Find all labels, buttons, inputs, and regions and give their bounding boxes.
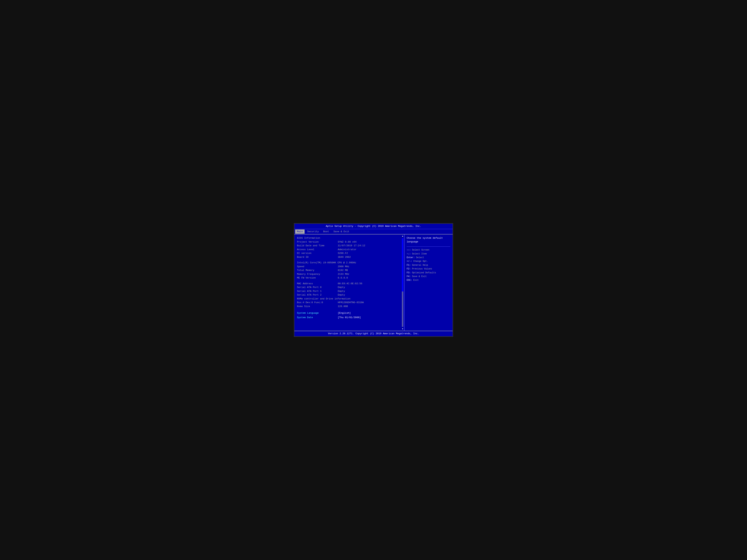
- key-help: →←: Select Screen ↑↓: Select Item Enter:…: [407, 248, 450, 282]
- title-text: Aptio Setup Utility – Copyright (C) 2019…: [326, 225, 421, 228]
- total-memory-row: Total Memory 8192 MB: [297, 268, 398, 272]
- me-fw-row: ME FW Version 0.0.0.0: [297, 276, 398, 280]
- access-level-row: Access Level Administrator: [297, 248, 398, 251]
- key-f3: F3: Optimized Defaults: [407, 271, 450, 275]
- tab-boot[interactable]: Boot: [321, 230, 331, 234]
- build-date-row: Build Date and Time 11/07/2019 17:24:12: [297, 244, 398, 247]
- side-divider: [407, 246, 450, 247]
- mac-row: MAC Address 00:E0:4C:6E:02:56: [297, 282, 398, 286]
- key-f1: F1: General Help: [407, 263, 450, 267]
- key-select-item: ↑↓: Select Item: [407, 252, 450, 256]
- system-language-row[interactable]: System Language [English]: [297, 311, 398, 315]
- system-date-row[interactable]: System Date [Thu 01/01/2009]: [297, 316, 398, 319]
- ec-version-row: EC version S200.F2: [297, 251, 398, 255]
- side-panel: Choose the system default language →←: S…: [405, 235, 453, 331]
- key-change: +/-: Change Opt.: [407, 260, 450, 263]
- speed-row: Speed 2900 MHz: [297, 265, 398, 268]
- tab-security[interactable]: Security: [305, 230, 320, 234]
- scroll-down-arrow[interactable]: ▼: [402, 327, 404, 331]
- sata2-row: Serial ATA Port 2 Empty: [297, 293, 398, 297]
- content-area: BIOS Information Project Version SYWZ 0.…: [294, 235, 453, 331]
- cpu-label-row: Intel(R) Core(TM) i9-8950HK CPU @ 2.90GH…: [297, 261, 398, 265]
- key-enter: Enter: Select: [407, 256, 450, 260]
- scrollbar[interactable]: ▲ ▼: [401, 235, 404, 331]
- help-text: Choose the system default language: [407, 236, 450, 243]
- main-panel: BIOS Information Project Version SYWZ 0.…: [294, 235, 405, 331]
- key-f4: F4: Save & Exit: [407, 275, 450, 278]
- sata0-row: Serial ATA Port 0 Empty: [297, 286, 398, 289]
- scroll-track[interactable]: [402, 238, 403, 327]
- project-version-row: Project Version SYWZ 0.08 x64: [297, 240, 398, 244]
- title-bar: Aptio Setup Utility – Copyright (C) 2019…: [294, 224, 453, 229]
- tab-save-exit[interactable]: Save & Exit: [332, 230, 351, 234]
- bios-info-header: BIOS Information: [297, 236, 398, 240]
- memory-freq-row: Memory Frequency 2133 MHz: [297, 272, 398, 276]
- scroll-up-arrow[interactable]: ▲: [402, 235, 404, 238]
- nav-bar: Main Security Boot Save & Exit: [294, 229, 453, 235]
- bios-screen: Aptio Setup Utility – Copyright (C) 2019…: [294, 223, 453, 337]
- footer-bar: Version 2.20.1271. Copyright (C) 2019 Am…: [294, 331, 453, 336]
- scroll-thumb: [402, 238, 403, 292]
- nvme-size-row: Nvme Size 128.0GB: [297, 304, 398, 308]
- nvme-header-row: NVMe controller and Drive information: [297, 297, 398, 301]
- footer-text: Version 2.20.1271. Copyright (C) 2019 Am…: [328, 332, 419, 335]
- key-f2: F2: Previous Values: [407, 267, 450, 271]
- tab-main[interactable]: Main: [295, 230, 305, 234]
- key-esc: ESC: Exit: [407, 278, 450, 282]
- key-select-screen: →←: Select Screen: [407, 248, 450, 252]
- board-id-row: Board ID 1B49 2002: [297, 256, 398, 259]
- main-content: BIOS Information Project Version SYWZ 0.…: [297, 236, 402, 319]
- sata1-row: Serial ATA Port 1 Empty: [297, 289, 398, 293]
- bus-row: Bus:4 Dev:0 Func:0 HFM128GDHTNG-8310A: [297, 301, 398, 304]
